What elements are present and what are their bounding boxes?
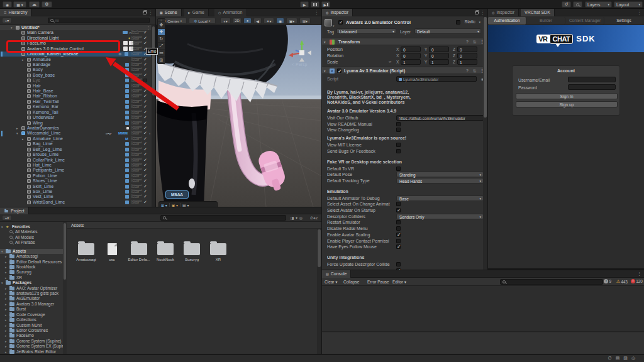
hierarchy-row[interactable]: BandageUntaggedDefault✓	[0, 62, 151, 67]
effects-dropdown[interactable]: ✦▾	[264, 18, 274, 24]
project-tree-item[interactable]: ▸Editor Default Resources	[0, 260, 65, 265]
console-error-pause-button[interactable]: Error Pause	[367, 280, 389, 284]
undo-history-button[interactable]: ↺	[562, 1, 571, 8]
password-input[interactable]	[568, 84, 616, 90]
hierarchy-row[interactable]: Brouse_LimeUntaggedDefault✓	[0, 152, 151, 157]
checkbox[interactable]	[396, 208, 401, 212]
checkbox[interactable]	[396, 122, 401, 126]
step-button[interactable]: ▶	[321, 1, 330, 8]
rotate-tool[interactable]: ↻	[158, 36, 165, 43]
transform-tool[interactable]: ⊞	[158, 57, 165, 63]
hierarchy-row[interactable]: Hair_BaseUntaggedDefault✓	[0, 89, 151, 94]
project-tree-item[interactable]: ▸AAO: Avatar Optimizer	[0, 286, 65, 291]
hierarchy-row[interactable]: WristBand_LimeUntaggedDefault✓	[0, 200, 151, 205]
project-tree-item[interactable]: ▸NookNook	[0, 265, 65, 270]
project-tree-item[interactable]: All Prefabs	[0, 240, 65, 245]
asset-item[interactable]: NookNook	[153, 243, 178, 261]
checkbox[interactable]	[396, 149, 401, 153]
game-tab[interactable]: ▶Game	[184, 9, 209, 16]
asset-item[interactable]: XR	[206, 243, 231, 261]
asset-item[interactable]: csc	[99, 243, 125, 261]
project-tree-item[interactable]: ▸Suzuryg	[0, 270, 65, 275]
hierarchy-row[interactable]: UnderwearUntaggedDefault✓	[0, 115, 151, 120]
dropdown[interactable]: Head Hands▾	[396, 178, 484, 184]
script-field[interactable]: LyumaAv3Emulator	[396, 76, 477, 82]
transform-field[interactable]: 0	[429, 53, 449, 58]
info-count[interactable]: !9	[604, 279, 611, 283]
asset-item[interactable]: Editor Defa...	[126, 243, 152, 261]
project-tree-item[interactable]: ▸Burst	[0, 307, 65, 312]
pause-button[interactable]	[311, 1, 319, 8]
project-tree-item[interactable]: ▸JetBrains Rider Editor	[0, 349, 65, 354]
hierarchy-row[interactable]: Vest_LimeUntaggedDefault✓	[0, 194, 151, 199]
hierarchy-row[interactable]: CollarPink_LimeUntaggedDefault✓	[0, 158, 151, 163]
console-log-list[interactable]	[322, 286, 644, 332]
checkbox[interactable]	[396, 143, 401, 147]
camera-dropdown[interactable]: ▣▾	[286, 18, 297, 24]
project-add-button[interactable]: + ▾	[2, 215, 12, 221]
project-tree-item[interactable]: ▸Av3Emulator	[0, 296, 65, 301]
checkbox[interactable]	[396, 233, 401, 237]
static-checkbox[interactable]	[456, 20, 460, 25]
component-checkbox[interactable]	[337, 69, 341, 73]
console-search-input[interactable]	[500, 279, 603, 285]
asset-item[interactable]: Suzuryg	[179, 243, 204, 261]
project-tree-item[interactable]: ▸Editor Coroutines	[0, 328, 65, 333]
hierarchy-row[interactable]: ▾Untitled*⋮	[0, 25, 151, 30]
project-tree-item[interactable]: ▸Avatars 3.0 Manager	[0, 302, 65, 307]
project-tree-item[interactable]: ▸XR	[0, 275, 65, 280]
project-tree-item[interactable]: ▾★Favorites	[0, 224, 65, 229]
hierarchy-row[interactable]: Kemono_TailUntaggedDefault✓	[0, 110, 151, 115]
vrchat-sdk-tab[interactable]: VRChat SDK	[521, 9, 555, 16]
msaa-badge[interactable]: MSAA	[165, 190, 189, 199]
audio-toggle[interactable]: ◀	[253, 18, 262, 24]
layer-dropdown[interactable]: Default	[414, 28, 481, 34]
hierarchy-row[interactable]: Hair_TwinTailUntaggedDefault✓	[0, 99, 151, 104]
hierarchy-row[interactable]: BodyUntaggedDefault✓	[0, 67, 151, 72]
checkbox[interactable]	[396, 226, 401, 231]
transform-field[interactable]: 0	[457, 47, 477, 52]
hierarchy-row[interactable]: Belt_Leg_LimeUntaggedDefault✓	[0, 147, 151, 152]
inspector-scrollbar[interactable]	[483, 16, 487, 270]
move-tool[interactable]: ✛	[158, 29, 165, 36]
status-icons[interactable]: ∅▤▨◎	[608, 356, 639, 361]
warning-count[interactable]: ⚠443	[616, 279, 628, 284]
hierarchy-row[interactable]: Shoes_LimeUntaggedDefault✓	[0, 178, 151, 184]
transform-field[interactable]: 0	[429, 47, 449, 52]
project-tree-scrollbar[interactable]	[63, 222, 67, 354]
error-count[interactable]: !120	[631, 279, 643, 283]
settings-button[interactable]: ⚙	[42, 1, 52, 8]
transform-field[interactable]: 0	[401, 53, 421, 58]
hierarchy-row[interactable]: Sox_LimeUntaggedDefault✓	[0, 189, 151, 194]
project-tree-item[interactable]: ▾Packages	[0, 280, 65, 285]
animation-tab[interactable]: ◷Animation	[214, 9, 247, 16]
hierarchy-search-input[interactable]: All	[48, 18, 150, 23]
shading-dropdown[interactable]: ◐▾	[220, 18, 231, 24]
hierarchy-row[interactable]: EyeUntaggedDefault	[0, 78, 151, 83]
lock-icon[interactable]	[475, 11, 479, 14]
hierarchy-row[interactable]: Potion_LimeUntaggedDefault✓	[0, 173, 151, 178]
inspector-tab[interactable]: ◎Inspector	[322, 9, 353, 16]
hierarchy-row[interactable]: Skirt_LimeUntaggedDefault✓	[0, 184, 151, 189]
project-tree-item[interactable]: ▾Assets	[0, 249, 65, 254]
scene-mini-toolbar[interactable]: ⊞ ▾ ▣ ▾ ▤ ▾	[158, 201, 218, 207]
checkbox[interactable]	[396, 202, 401, 206]
tag-dropdown[interactable]: Untagged	[336, 28, 396, 34]
checkbox[interactable]	[396, 167, 401, 171]
scale-tool[interactable]: ⤢	[158, 43, 165, 50]
username-input[interactable]	[568, 77, 616, 82]
scene-viewport[interactable]: < Persp MSAA ⊞ ▾ ▣ ▾ ▤ ▾	[156, 25, 321, 207]
hierarchy-menu-icon[interactable]: ⋮	[148, 10, 153, 15]
layout-dropdown[interactable]: Layout▾	[614, 1, 643, 8]
hierarchy-row[interactable]: ▸ArmatureUntaggedDefault✓	[0, 57, 151, 62]
scene-menu-icon[interactable]: ⋮	[314, 10, 319, 15]
inspector-tab-2[interactable]: ◎Inspector	[488, 9, 519, 16]
project-tree-item[interactable]: ▸Gorone System EX (Supin	[0, 344, 65, 349]
assets-scrollbar[interactable]	[317, 229, 321, 354]
hierarchy-row[interactable]: ▾Wiccamaid_Limeʜʏ▪▴▪MMMUntaggedDefault✓›	[0, 131, 151, 136]
checkbox[interactable]	[396, 239, 401, 243]
hierarchy-row[interactable]: Bag_LimeUntaggedDefault✓	[0, 141, 151, 146]
dropdown[interactable]: Senders Only▾	[396, 214, 484, 219]
vrc-subtab-settings[interactable]: Settings	[605, 17, 643, 25]
console-collapse-button[interactable]: Collapse	[343, 280, 359, 284]
